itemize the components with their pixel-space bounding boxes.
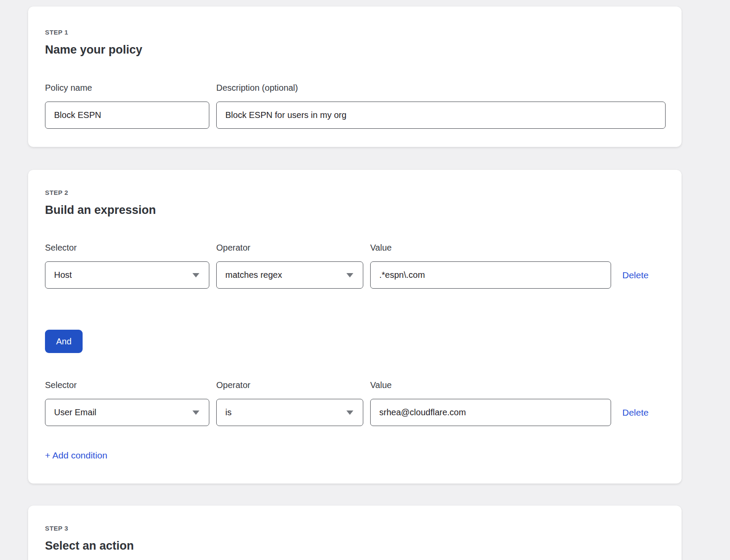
- operator-dropdown[interactable]: matches regex: [216, 261, 363, 289]
- step-2-card: STEP 2 Build an expression Selector Oper…: [28, 170, 682, 484]
- chevron-down-icon: [192, 410, 199, 415]
- step-1-card: STEP 1 Name your policy Policy name Desc…: [28, 6, 682, 147]
- step-3-card: STEP 3 Select an action: [28, 506, 682, 560]
- step-1-title: Name your policy: [45, 43, 666, 57]
- condition-value-input[interactable]: [370, 261, 611, 289]
- selector-dropdown[interactable]: User Email: [45, 399, 209, 426]
- selector-column-label: Selector: [45, 380, 209, 390]
- operator-dropdown[interactable]: is: [216, 399, 363, 426]
- step-2-title: Build an expression: [45, 204, 666, 217]
- and-operator-button[interactable]: And: [45, 330, 83, 353]
- policy-name-input[interactable]: [45, 102, 209, 129]
- chevron-down-icon: [192, 273, 199, 277]
- add-condition-link[interactable]: + Add condition: [45, 451, 107, 460]
- chevron-down-icon: [346, 410, 353, 415]
- selector-dropdown[interactable]: Host: [45, 261, 209, 289]
- policy-name-label: Policy name: [45, 83, 209, 92]
- delete-condition-button[interactable]: Delete: [622, 270, 649, 280]
- step-1-label: STEP 1: [45, 29, 666, 36]
- description-input[interactable]: [216, 102, 666, 129]
- policy-builder-page: STEP 1 Name your policy Policy name Desc…: [0, 6, 730, 560]
- step-2-label: STEP 2: [45, 189, 666, 196]
- condition-row: Selector Operator Value User Email is De…: [45, 380, 666, 426]
- selector-selected-value: User Email: [54, 407, 96, 417]
- operator-selected-value: matches regex: [225, 270, 282, 280]
- selector-column-label: Selector: [45, 243, 209, 252]
- delete-condition-button[interactable]: Delete: [622, 407, 649, 417]
- operator-column-label: Operator: [216, 243, 363, 252]
- selector-selected-value: Host: [54, 270, 72, 280]
- value-column-label: Value: [370, 243, 611, 252]
- step-3-title: Select an action: [45, 539, 666, 553]
- operator-column-label: Operator: [216, 380, 363, 390]
- chevron-down-icon: [346, 273, 353, 277]
- description-label: Description (optional): [216, 83, 666, 92]
- operator-selected-value: is: [225, 407, 231, 417]
- name-policy-fields: Policy name Description (optional): [45, 83, 666, 129]
- condition-value-input[interactable]: [370, 399, 611, 426]
- value-column-label: Value: [370, 380, 611, 390]
- condition-row: Selector Operator Value Host matches reg…: [45, 243, 666, 289]
- step-3-label: STEP 3: [45, 525, 666, 532]
